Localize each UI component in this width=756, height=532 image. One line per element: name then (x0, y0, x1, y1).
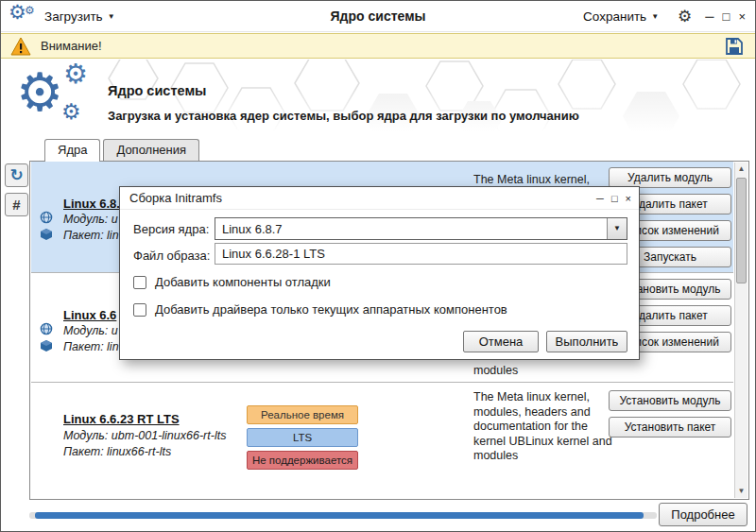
lts-badge: LTS (247, 428, 358, 447)
warning-text: Внимание! (41, 39, 102, 53)
package-icon (40, 228, 53, 245)
save-menu-button[interactable]: Сохранить ▼ (577, 6, 664, 27)
gear-icon: ⚙ (16, 61, 63, 123)
app-window: ⚙ ⚙ Загрузить ▼ Ядро системы Сохранить ▼… (0, 0, 756, 532)
titlebar: ⚙ ⚙ Загрузить ▼ Ядро системы Сохранить ▼… (1, 1, 755, 32)
hash-button[interactable]: # (5, 193, 28, 216)
module-icon (40, 322, 53, 339)
kernel-row[interactable]: The Meta linux kernel, modules, headers … (31, 382, 733, 497)
kernel-package: Пакет: lin (63, 340, 119, 353)
image-file-value: Linux 6.6.28-1 LTS (222, 247, 325, 261)
initramfs-dialog: Сборка Initramfs ─ □ × Версия ядра: Linu… (119, 186, 640, 360)
current-hardware-drivers-label: Добавить драйвера только текущих аппарат… (155, 302, 507, 317)
kernel-gears-icon: ⚙ ⚙ ⚙ (14, 61, 101, 137)
chevron-down-icon: ▼ (108, 12, 115, 21)
package-icon (40, 339, 53, 356)
realtime-badge: Реальное время (247, 405, 358, 424)
minimize-button[interactable]: ─ (705, 9, 713, 24)
install-module-button[interactable]: Установить модуль (609, 390, 731, 411)
current-hardware-drivers-checkbox[interactable] (133, 303, 146, 317)
current-hardware-drivers-option[interactable]: Добавить драйвера только текущих аппарат… (133, 302, 507, 317)
hash-icon: # (12, 197, 20, 213)
tab-kernels[interactable]: Ядра (44, 139, 100, 162)
kernel-version-label: Версия ядра: (133, 222, 209, 236)
kernel-name-link[interactable]: Linux 6.8.7 (63, 197, 127, 211)
warning-icon (10, 37, 31, 56)
badge-list: Реальное время LTS Не поддерживается (247, 405, 358, 470)
warning-bar: Внимание! (1, 33, 755, 59)
kernel-name-link[interactable]: Linux 6.6.23 RT LTS (63, 412, 180, 426)
kernel-module: Модуль: u (63, 213, 118, 226)
image-file-label: Файл образа: (133, 249, 210, 263)
dialog-titlebar[interactable]: Сборка Initramfs ─ □ × (120, 187, 639, 210)
page-title: Ядро системы (108, 83, 207, 98)
kernel-package: Пакет: linux66-rt-lts (63, 445, 171, 458)
cancel-button[interactable]: Отмена (463, 331, 539, 352)
delete-module-button[interactable]: Удалить модуль (609, 167, 731, 188)
page-header: ⚙ ⚙ ⚙ Ядро системы Загрузка и установка … (1, 60, 755, 138)
debug-components-option[interactable]: Добавить компоненты отладки (133, 275, 331, 289)
vertical-scrollbar[interactable]: ▲ ▼ (734, 163, 747, 498)
unsupported-badge: Не поддерживается (247, 451, 358, 470)
kernel-version-select[interactable]: Linux 6.8.7 ▼ (215, 217, 627, 240)
save-file-icon[interactable] (725, 37, 744, 56)
dialog-minimize-button[interactable]: ─ (596, 193, 604, 204)
install-package-button[interactable]: Установить пакет (609, 417, 731, 438)
progress-bar (29, 512, 657, 519)
dialog-maximize-button[interactable]: □ (611, 193, 618, 204)
kernel-module: Модуль: ubm-001-linux66-rt-lts (63, 429, 226, 442)
gear-icon: ⚙ (25, 4, 35, 17)
app-logo-gears-icon: ⚙ ⚙ (7, 3, 39, 29)
maximize-button[interactable]: □ (723, 9, 730, 24)
dialog-title: Сборка Initramfs (129, 191, 222, 205)
page-subtitle: Загрузка и установка ядер системы, выбор… (108, 109, 579, 123)
kernel-version-value: Linux 6.8.7 (222, 222, 283, 236)
scroll-down-icon[interactable]: ▼ (735, 485, 747, 498)
refresh-icon: ↻ (9, 165, 23, 185)
kernel-module: Модуль: u (63, 324, 118, 337)
chevron-down-icon: ▼ (651, 12, 659, 21)
gear-icon: ⚙ (9, 1, 26, 24)
save-menu-label: Сохранить (583, 9, 646, 24)
close-button[interactable]: × (738, 9, 746, 24)
debug-components-label: Добавить компоненты отладки (155, 275, 331, 289)
chevron-down-icon[interactable]: ▼ (607, 218, 627, 239)
load-menu-label: Загрузить (44, 9, 103, 24)
gear-icon: ⚙ (63, 60, 88, 90)
kernel-name-link[interactable]: Linux 6.6 (63, 308, 116, 322)
debug-components-checkbox[interactable] (133, 276, 146, 289)
gear-icon: ⚙ (61, 99, 81, 125)
scrollbar-thumb[interactable] (736, 178, 747, 283)
run-button[interactable]: Выполнить (546, 331, 627, 352)
load-menu-button[interactable]: Загрузить ▼ (39, 6, 121, 27)
details-button[interactable]: Подробнее (659, 503, 747, 526)
progress-fill (35, 512, 644, 519)
kernel-package: Пакет: lin (63, 229, 119, 242)
refresh-button[interactable]: ↻ (5, 163, 28, 187)
header-fade (1, 60, 755, 138)
window-title: Ядро системы (331, 9, 426, 24)
tab-addons[interactable]: Дополнения (103, 139, 199, 161)
dialog-close-button[interactable]: × (626, 193, 631, 204)
module-icon (40, 211, 53, 228)
scroll-up-icon[interactable]: ▲ (735, 163, 747, 176)
image-file-input[interactable]: Linux 6.6.28-1 LTS (215, 243, 627, 265)
tab-bar: Ядра Дополнения (44, 139, 199, 162)
kernel-description: The Meta linux kernel, modules, headers … (473, 390, 619, 464)
settings-gear-icon[interactable]: ⚙ (678, 7, 692, 26)
